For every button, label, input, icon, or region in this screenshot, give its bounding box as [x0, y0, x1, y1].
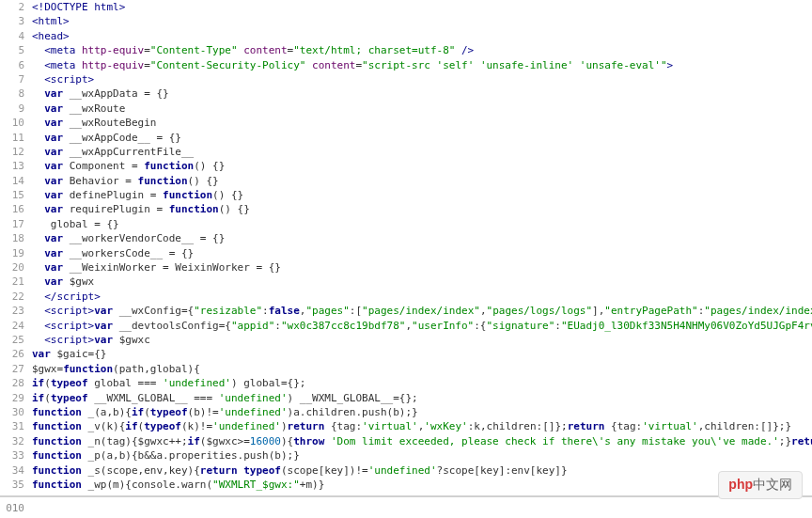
line-number: 8 [0, 86, 24, 101]
code-line[interactable]: var requirePlugin = function() {} [32, 202, 812, 216]
line-number: 24 [0, 319, 24, 333]
line-number: 15 [0, 188, 24, 202]
code-line[interactable]: function _(a,b){if(typeof(b)!='undefined… [32, 405, 812, 419]
line-number: 28 [0, 376, 24, 390]
code-area[interactable]: <!DOCTYPE html><html><head> <meta http-e… [32, 0, 812, 492]
line-number: 010 [0, 501, 24, 515]
code-line[interactable]: function _wp(m){console.warn("WXMLRT_$gw… [32, 478, 812, 492]
code-line[interactable]: var __WeixinWorker = WeixinWorker = {} [32, 260, 812, 275]
line-number: 33 [0, 448, 24, 463]
line-gutter: 010011012013014015016017018019020 [0, 501, 32, 518]
line-number: 9 [0, 102, 24, 116]
code-line[interactable]: var __workersCode__ = {} [32, 246, 812, 260]
line-number: 32 [0, 434, 24, 448]
line-number: 23 [0, 304, 24, 318]
line-number: 12 [0, 145, 24, 159]
code-line[interactable]: if(typeof __WXML_GLOBAL__ === 'undefined… [32, 391, 812, 405]
line-number: 2 [0, 0, 24, 14]
line-number: 34 [0, 463, 24, 478]
code-line[interactable]: <script> [32, 72, 812, 86]
code-line[interactable]: var __wxAppCode__ = {} [32, 131, 812, 145]
line-number: 25 [0, 333, 24, 347]
code-line[interactable]: var __wxRouteBegin [32, 116, 812, 130]
code-line[interactable]: var $gaic={} [32, 347, 812, 361]
line-number: 30 [0, 405, 24, 419]
code-line[interactable]: <script>var __wxConfig={"resizable":fals… [32, 304, 812, 318]
code-editor-pane-2[interactable]: 010011012013014015016017018019020 <scrip… [0, 501, 812, 518]
line-number: 16 [0, 202, 24, 216]
code-line[interactable]: function _v(k){if(typeof(k)!='undefined'… [32, 419, 812, 433]
line-gutter: 2345678910111213141516171819202122232425… [0, 0, 32, 492]
line-number: 13 [0, 159, 24, 173]
line-number: 3 [0, 14, 24, 28]
line-number: 17 [0, 217, 24, 231]
code-line[interactable]: var __wxAppData = {} [32, 86, 812, 101]
code-line[interactable]: <!DOCTYPE html> [32, 0, 812, 14]
line-number: 5 [0, 43, 24, 57]
code-line[interactable]: <head> [32, 29, 812, 43]
code-line[interactable]: if(typeof global === 'undefined') global… [32, 376, 812, 390]
line-number: 26 [0, 347, 24, 361]
code-line[interactable] [32, 501, 812, 515]
line-number: 21 [0, 275, 24, 289]
code-line[interactable]: var definePlugin = function() {} [32, 188, 812, 202]
line-number: 19 [0, 246, 24, 260]
code-line[interactable]: var __wxAppCurrentFile__ [32, 145, 812, 159]
code-line[interactable]: global = {} [32, 217, 812, 231]
code-line[interactable]: function _n(tag){$gwxc++;if($gwxc>=16000… [32, 434, 812, 448]
code-editor-pane-1[interactable]: 2345678910111213141516171819202122232425… [0, 0, 812, 492]
code-line[interactable]: function _p(a,b){b&&a.properities.push(b… [32, 448, 812, 463]
line-number: 35 [0, 478, 24, 492]
code-line[interactable]: $gwx=function(path,global){ [32, 362, 812, 376]
line-number: 18 [0, 231, 24, 245]
code-line[interactable]: <script>var __devtoolsConfig={"appid":"w… [32, 319, 812, 333]
pane-separator [0, 495, 812, 497]
line-number: 11 [0, 131, 24, 145]
code-line[interactable]: var __workerVendorCode__ = {} [32, 231, 812, 245]
code-line[interactable]: var $gwx [32, 275, 812, 289]
code-area[interactable]: <script src="./utils/util.js"></script><… [32, 501, 812, 518]
line-number: 10 [0, 116, 24, 130]
code-line[interactable]: <meta http-equiv="Content-Security-Polic… [32, 58, 812, 72]
code-line[interactable]: <html> [32, 14, 812, 28]
code-line[interactable]: </script> [32, 290, 812, 304]
code-line[interactable]: function _s(scope,env,key){return typeof… [32, 463, 812, 478]
line-number: 22 [0, 290, 24, 304]
line-number: 27 [0, 362, 24, 376]
badge-prefix: php [728, 477, 753, 492]
line-number: 7 [0, 72, 24, 86]
line-number: 6 [0, 58, 24, 72]
line-number: 31 [0, 419, 24, 433]
code-line[interactable]: <script>var $gwxc [32, 333, 812, 347]
code-line[interactable]: var __wxRoute [32, 102, 812, 116]
code-line[interactable]: var Component = function() {} [32, 159, 812, 173]
line-number: 14 [0, 174, 24, 188]
code-line[interactable]: var Behavior = function() {} [32, 174, 812, 188]
line-number: 20 [0, 260, 24, 275]
line-number: 29 [0, 391, 24, 405]
code-line[interactable]: <meta http-equiv="Content-Type" content=… [32, 43, 812, 57]
line-number: 4 [0, 29, 24, 43]
watermark-badge: php中文网 [718, 471, 803, 499]
badge-suffix: 中文网 [753, 477, 792, 492]
